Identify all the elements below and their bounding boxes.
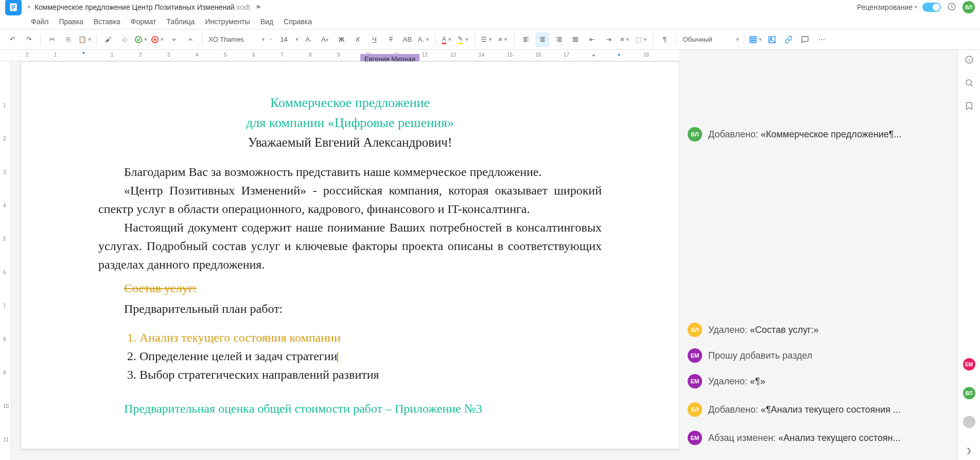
font-chevron-icon[interactable]: ▼	[261, 37, 266, 42]
allcaps-icon[interactable]: АВ	[400, 32, 414, 47]
indent-icon[interactable]: ⇥	[601, 32, 616, 47]
search-icon[interactable]	[965, 78, 974, 89]
table-icon[interactable]: ▼	[748, 32, 763, 47]
doc-paragraph-2: «Центр Позитивных Изменений» - российска…	[98, 181, 602, 218]
collaborator-avatar[interactable]: ЕМ	[963, 358, 975, 370]
change-text: Абзац изменен: «Анализ текущего состоян.…	[708, 433, 901, 444]
change-avatar: ЕМ	[688, 348, 702, 363]
menu-insert[interactable]: Вставка	[94, 17, 120, 26]
clear-format-icon[interactable]: ◇	[117, 32, 132, 47]
collaborator-avatar[interactable]: ВЛ	[963, 387, 975, 399]
pilcrow-icon[interactable]: ¶	[657, 32, 672, 47]
align-center-icon[interactable]	[535, 32, 550, 47]
bold-icon[interactable]: Ж	[334, 32, 348, 47]
bookmark-icon[interactable]	[965, 101, 974, 112]
size-chevron-icon[interactable]: ▼	[294, 37, 299, 42]
decrease-font-icon[interactable]: A-	[301, 32, 316, 47]
increase-font-icon[interactable]: A+	[318, 32, 332, 47]
next-change-icon[interactable]	[183, 32, 198, 47]
underline-icon[interactable]: Ч	[367, 32, 381, 47]
info-icon[interactable]	[965, 55, 974, 66]
toolbar: ↶ ↷ ✂ ⎘ 📋▼ 🖌 ◇ ▼ ▼ ▼ • ▼ A- A+ Ж К Ч Т А…	[0, 29, 980, 50]
comment-icon[interactable]	[798, 32, 812, 47]
align-left-icon[interactable]	[519, 32, 533, 47]
doc-plan-heading: Предварительный план работ:	[98, 299, 602, 318]
strike-icon[interactable]: Т	[383, 32, 398, 47]
link-icon[interactable]	[781, 32, 796, 47]
change-avatar: БЛ	[688, 402, 702, 417]
paste-icon[interactable]: 📋▼	[78, 32, 92, 47]
menu-file[interactable]: Файл	[31, 17, 48, 26]
list-item: Выбор стратегических направлений развити…	[139, 365, 602, 384]
svg-point-9	[771, 38, 772, 39]
change-text: Удалено: «Состав услуг:»	[708, 325, 819, 335]
reject-change-icon[interactable]: ▼	[150, 32, 165, 47]
copy-icon[interactable]: ⎘	[61, 32, 76, 47]
prev-change-icon[interactable]	[167, 32, 181, 47]
paragraph-spacing-icon[interactable]: ⬚▼	[634, 32, 649, 47]
font-family-select[interactable]	[206, 33, 258, 45]
document-title: Коммерческое предложение Центр Позитивны…	[34, 3, 250, 11]
font-size-select[interactable]	[276, 33, 291, 45]
cut-icon[interactable]: ✂	[45, 32, 59, 47]
undo-icon[interactable]: ↶	[5, 32, 20, 47]
svg-rect-1	[11, 5, 15, 6]
app-menu-chevron[interactable]: ▼	[27, 5, 31, 10]
style-select[interactable]	[680, 33, 732, 45]
highlight-color-icon[interactable]: ✎▼	[456, 32, 470, 47]
review-toggle[interactable]	[922, 3, 941, 12]
doc-struck-heading: Состав услуг:	[98, 279, 602, 297]
change-text: Добавлено: «Коммерческое предложение¶...	[708, 129, 901, 140]
change-item[interactable]: БЛУдалено: «Состав услуг:»	[679, 316, 952, 343]
svg-rect-7	[750, 37, 756, 43]
history-icon[interactable]	[947, 2, 956, 13]
menu-table[interactable]: Таблица	[167, 17, 195, 26]
change-item[interactable]: БЛДобавлено: «¶Анализ текущего состояния…	[679, 396, 952, 423]
format-paint-icon[interactable]: 🖌	[101, 32, 115, 47]
flag-icon[interactable]: ⚑	[255, 4, 261, 11]
align-justify-icon[interactable]	[568, 32, 583, 47]
more-icon[interactable]: ⋯	[814, 32, 829, 47]
document-content[interactable]: Коммерческое предложение для компании «Ц…	[98, 93, 602, 418]
main: 2 1 ▾ 1 2 3 4 5 6 7 8 9 10 11 12 13 14 1…	[0, 50, 980, 460]
menu-view[interactable]: Вид	[260, 17, 273, 26]
change-item[interactable]: ЕМУдалено: «¶»	[679, 368, 952, 395]
vertical-ruler[interactable]: 1 2 3 4 5 6 7 8 9 10 11 12	[0, 61, 11, 460]
document-page[interactable]: Коммерческое предложение для компании «Ц…	[21, 61, 679, 449]
doc-numbered-list: Анализ текущего состояния компании Опред…	[98, 328, 602, 384]
number-list-icon[interactable]: ≡▼	[496, 32, 510, 47]
redo-icon[interactable]: ↷	[22, 32, 36, 47]
change-text: Прошу добавить раздел	[708, 350, 812, 361]
font-color-icon[interactable]: А▼	[440, 32, 454, 47]
bullet-list-icon[interactable]: ☰▼	[479, 32, 494, 47]
horizontal-ruler[interactable]: 2 1 ▾ 1 2 3 4 5 6 7 8 9 10 11 12 13 14 1…	[0, 50, 679, 61]
align-right-icon[interactable]	[552, 32, 566, 47]
user-avatar[interactable]: ВЛ	[962, 1, 975, 13]
change-item[interactable]: ЕМАбзац изменен: «Анализ текущего состоя…	[679, 424, 952, 451]
line-spacing-icon[interactable]: ≡▼	[618, 32, 632, 47]
svg-rect-2	[11, 7, 15, 8]
review-mode-dropdown[interactable]: Рецензирование ▼	[857, 3, 918, 11]
style-chevron-icon[interactable]: ▼	[735, 37, 740, 42]
menu-format[interactable]: Формат	[131, 17, 156, 26]
accept-change-icon[interactable]: ▼	[134, 32, 148, 47]
sub-sup-icon[interactable]: A.▼	[416, 32, 431, 47]
change-avatar: ЕМ	[688, 374, 702, 388]
image-icon[interactable]	[765, 32, 779, 47]
menu-help[interactable]: Справка	[284, 17, 312, 26]
expand-icon[interactable]: ❯	[966, 447, 972, 454]
right-sidebar: ЕМ ВЛ ❯	[957, 50, 980, 460]
change-item[interactable]: ЕМПрошу добавить раздел	[679, 342, 952, 369]
change-text: Добавлено: «¶Анализ текущего состояния .…	[708, 404, 901, 415]
outdent-icon[interactable]: ⇤	[585, 32, 599, 47]
collaborator-photo[interactable]	[963, 416, 975, 428]
menu-edit[interactable]: Правка	[59, 17, 83, 26]
change-avatar: ЕМ	[688, 431, 702, 445]
menu-bar: Файл Правка Вставка Формат Таблица Инстр…	[0, 14, 980, 29]
app-icon[interactable]	[5, 0, 22, 15]
menu-tools[interactable]: Инструменты	[205, 17, 250, 26]
doc-greeting: Уважаемый Евгений Александрович!	[98, 133, 602, 152]
change-item[interactable]: ВЛДобавлено: «Коммерческое предложение¶.…	[679, 121, 952, 148]
italic-icon[interactable]: К	[351, 32, 365, 47]
svg-point-11	[966, 80, 972, 85]
